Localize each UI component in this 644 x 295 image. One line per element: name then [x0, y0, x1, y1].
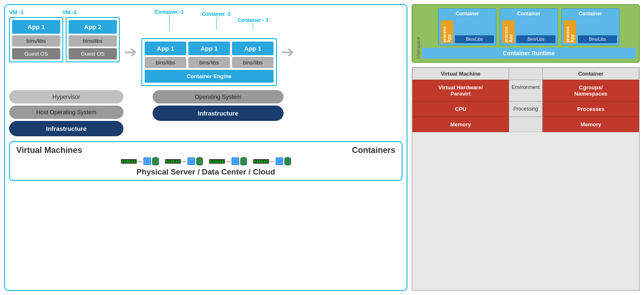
rt-app-process-1: App process: [441, 20, 453, 43]
containers-title: Containers: [352, 145, 395, 155]
container1-bins: bins/libs: [145, 57, 186, 68]
vm1-bins: bins/libs: [12, 35, 60, 47]
vm-title: Virtual Machines: [16, 145, 82, 155]
comp-row2-left: CPU: [412, 101, 509, 117]
os-bar: Operating System: [153, 90, 284, 103]
main-container: VM -1 VM -2 App 1 bins/libs Guest OS App…: [0, 0, 644, 295]
hypervisor-bar: Hypervisor: [9, 90, 123, 103]
container2-bins: bins/libs: [188, 57, 230, 68]
comp-row3-mid: [509, 117, 543, 132]
bottom-section: Virtual Machines Containers ―: [9, 141, 402, 181]
comp-row3-right: Memory: [543, 117, 639, 132]
rt-bins-libs-2: Bins/Libs: [516, 35, 555, 43]
vm2-guestos: Guest OS: [69, 48, 117, 59]
rt-app-process-2: App process: [502, 20, 515, 43]
container2-app: App 1: [188, 42, 230, 55]
rt-container-2: Container App process Bins/Libs: [500, 8, 558, 46]
host-os-bar: Host Operating System: [9, 106, 123, 119]
rt-container-3: Container App process Bins/Libs: [561, 8, 619, 46]
comp-header-vm: Virtual Machine: [412, 68, 509, 80]
container1-app: App 1: [145, 42, 186, 55]
comp-row1-right: Cgroups/ Namespaces: [543, 80, 639, 101]
comp-header-spacer: [509, 68, 543, 80]
server-group-1: ―: [121, 157, 159, 165]
comparison-table: Virtual Machine Container Virtual Hardwa…: [412, 67, 640, 291]
userspace-label: Userspace: [416, 8, 421, 59]
rt-container3-label: Container: [579, 11, 602, 17]
container-runtime-label: Container Runtime: [422, 48, 636, 59]
rt-bins-libs-1: Bins/Libs: [455, 35, 494, 43]
infra-bar-1: Infrastructure: [9, 121, 123, 136]
vm1-box: App 1 bins/libs Guest OS: [9, 17, 63, 62]
right-panel: Userspace Container App process Bins/Lib…: [412, 4, 640, 291]
server-group-3: ―: [209, 157, 247, 165]
vm2-bins: bins/libs: [69, 35, 117, 47]
container-engine-bar: Container Engine: [145, 70, 274, 83]
runtime-diagram: Userspace Container App process Bins/Lib…: [412, 4, 640, 63]
rt-bins-libs-3: Bins/Libs: [578, 35, 617, 43]
server-icons: ― ―: [121, 157, 291, 165]
comp-row2-right: Processes: [543, 101, 639, 117]
bottom-footer: Physical Server / Data Center / Cloud: [136, 167, 275, 177]
vm2-box: App 2 bins/libs Guest OS: [66, 17, 120, 62]
server-group-4: ―: [253, 157, 291, 165]
vm1-label: VM -1: [9, 9, 24, 15]
server-group-2: ―: [165, 157, 203, 165]
container3-label: Container - 3: [238, 17, 268, 23]
vm1-guestos: Guest OS: [12, 48, 60, 59]
container2-label: Container -2: [202, 11, 231, 17]
vm2-label: VM -2: [62, 9, 77, 15]
container3-app: App 1: [232, 42, 274, 55]
comp-header-container: Container: [543, 68, 639, 80]
comp-row1-left: Virtual Hardware/ Paravirt: [412, 80, 509, 101]
arrow1: ➔: [124, 43, 137, 61]
comp-row2-mid: Processing: [509, 101, 543, 117]
infra-bar-2: Infrastructure: [153, 106, 284, 121]
container3-bins: bins/libs: [232, 57, 274, 68]
container1: App 1 bins/libs: [145, 42, 186, 68]
rt-container2-label: Container: [517, 11, 540, 17]
container2: App 1 bins/libs: [188, 42, 230, 68]
vm1-app: App 1: [12, 20, 60, 34]
rt-container-1: Container App process Bins/Libs: [438, 8, 496, 46]
comp-row3-left: Memory: [412, 117, 509, 132]
container1-label: Container -1: [155, 9, 184, 15]
vm2-app: App 2: [69, 20, 117, 34]
left-panel: VM -1 VM -2 App 1 bins/libs Guest OS App…: [4, 4, 407, 291]
comp-row1-mid: Environment: [509, 80, 543, 101]
container3: App 1 bins/libs: [232, 42, 274, 68]
arrow2: ➔: [281, 43, 294, 61]
rt-app-process-3: App process: [564, 20, 576, 43]
rt-container1-label: Container: [456, 11, 479, 17]
